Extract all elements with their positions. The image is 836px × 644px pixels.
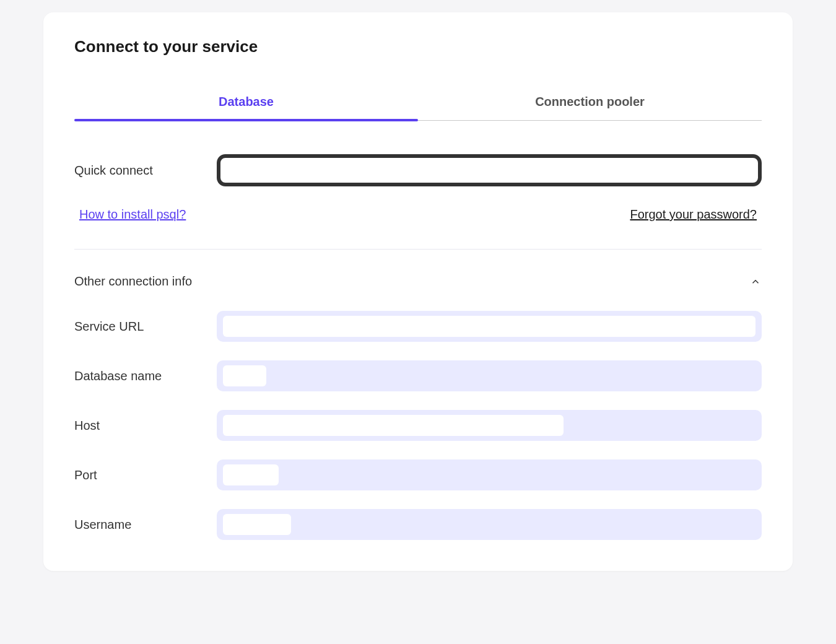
host-text	[223, 415, 564, 436]
tabs: Database Connection pooler	[74, 86, 762, 121]
username-value[interactable]	[217, 509, 762, 540]
service-url-text	[223, 316, 755, 337]
forgot-password-link[interactable]: Forgot your password?	[630, 207, 757, 222]
service-url-value[interactable]	[217, 311, 762, 342]
tab-connection-pooler[interactable]: Connection pooler	[418, 86, 762, 120]
port-label: Port	[74, 468, 217, 482]
database-name-text	[223, 365, 266, 386]
chevron-up-icon	[749, 276, 762, 288]
host-row: Host	[74, 410, 762, 441]
page-title: Connect to your service	[74, 37, 762, 56]
host-label: Host	[74, 419, 217, 433]
database-name-value[interactable]	[217, 360, 762, 391]
quick-connect-row: Quick connect	[74, 154, 762, 186]
quick-connect-input[interactable]	[217, 154, 762, 186]
other-connection-info-toggle[interactable]: Other connection info	[74, 274, 762, 289]
service-url-label: Service URL	[74, 320, 217, 334]
other-connection-info-title: Other connection info	[74, 274, 192, 289]
host-value[interactable]	[217, 410, 762, 441]
port-value[interactable]	[217, 459, 762, 490]
quick-connect-label: Quick connect	[74, 163, 217, 178]
username-text	[223, 514, 291, 535]
username-label: Username	[74, 518, 217, 532]
username-row: Username	[74, 509, 762, 540]
connect-card: Connect to your service Database Connect…	[43, 12, 793, 571]
install-psql-link[interactable]: How to install psql?	[79, 207, 186, 222]
service-url-row: Service URL	[74, 311, 762, 342]
database-name-row: Database name	[74, 360, 762, 391]
tab-database[interactable]: Database	[74, 86, 418, 120]
helper-links-row: How to install psql? Forgot your passwor…	[74, 207, 762, 222]
divider	[74, 249, 762, 250]
port-text	[223, 464, 279, 485]
database-name-label: Database name	[74, 369, 217, 383]
port-row: Port	[74, 459, 762, 490]
